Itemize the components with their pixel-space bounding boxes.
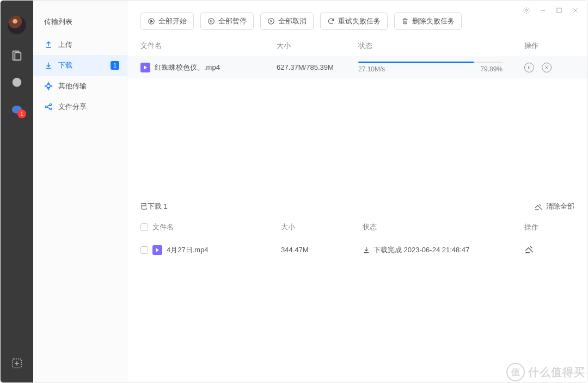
pause-all-button[interactable]: 全部暂停 <box>200 13 254 30</box>
status-text: 下载完成 2023-06-24 21:48:47 <box>373 245 469 255</box>
transfer-icon <box>44 82 53 90</box>
delete-failed-button[interactable]: 删除失败任务 <box>394 13 462 30</box>
downloaded-section: 已下载 1 清除全部 文件名 大小 状态 操作 4月27日.mp4 34 <box>127 198 587 262</box>
rail-message-icon[interactable] <box>11 77 23 89</box>
col-action: 操作 <box>524 222 574 232</box>
toolbar: 全部开始 全部暂停 全部取消 重试失败任务 删除失败任务 <box>127 1 587 38</box>
row-checkbox[interactable] <box>140 246 148 254</box>
btn-label: 清除全部 <box>546 202 574 211</box>
col-status: 状态 <box>363 222 524 232</box>
btn-label: 全部取消 <box>278 16 307 26</box>
avatar[interactable] <box>8 16 26 34</box>
file-size: 627.37M/785.39M <box>277 63 358 71</box>
sidebar-item-label: 下载 <box>58 60 72 70</box>
video-file-icon <box>140 63 150 72</box>
minimize-button[interactable] <box>538 6 547 15</box>
speed: 27.10M/s <box>358 65 385 73</box>
watermark: 值 什么值得买 <box>506 363 585 381</box>
btn-label: 全部暂停 <box>218 16 247 26</box>
sidebar-item-download[interactable]: 下载 1 <box>33 55 127 76</box>
retry-failed-button[interactable]: 重试失败任务 <box>320 13 388 30</box>
maximize-button[interactable] <box>555 6 564 15</box>
sidebar-item-label: 上传 <box>58 40 72 50</box>
svg-point-2 <box>13 78 22 87</box>
download-done-icon <box>363 246 370 254</box>
file-name: 红蜘蛛校色仪。.mp4 <box>155 63 220 72</box>
sidebar-item-label: 其他传输 <box>58 81 87 91</box>
col-action: 操作 <box>524 41 574 51</box>
download-icon <box>44 61 53 70</box>
rail-files-icon[interactable] <box>11 50 23 62</box>
download-row[interactable]: 红蜘蛛校色仪。.mp4 627.37M/785.39M 27.10M/s 79.… <box>127 56 587 78</box>
main-panel: 全部开始 全部暂停 全部取消 重试失败任务 删除失败任务 文件名 大小 状态 操… <box>127 1 587 382</box>
start-all-button[interactable]: 全部开始 <box>140 13 194 30</box>
sidebar: 传输列表 上传 下载 1 其他传输 文件分享 <box>33 1 127 382</box>
btn-label: 删除失败任务 <box>412 16 455 26</box>
btn-label: 全部开始 <box>158 16 187 26</box>
rail-chat-icon[interactable]: 1 <box>11 104 23 116</box>
video-file-icon <box>152 245 162 255</box>
sidebar-item-upload[interactable]: 上传 <box>33 34 127 55</box>
nav-rail: 1 <box>1 1 33 382</box>
file-name: 4月27日.mp4 <box>167 245 209 255</box>
select-all-checkbox[interactable] <box>140 223 148 231</box>
percent: 79.89% <box>480 65 503 73</box>
rail-add-icon[interactable] <box>11 357 23 369</box>
chat-badge: 1 <box>17 110 26 118</box>
col-status: 状态 <box>358 41 524 51</box>
svg-point-11 <box>209 19 215 25</box>
downloaded-table-header: 文件名 大小 状态 操作 <box>140 219 574 238</box>
progress: 27.10M/s 79.89% <box>358 62 524 73</box>
col-size: 大小 <box>277 41 358 51</box>
sidebar-item-other[interactable]: 其他传输 <box>33 76 127 96</box>
svg-rect-9 <box>557 8 561 13</box>
svg-rect-1 <box>15 53 21 60</box>
settings-icon[interactable] <box>522 6 531 15</box>
col-size: 大小 <box>281 222 363 232</box>
pause-button[interactable] <box>524 63 534 72</box>
svg-point-8 <box>525 9 528 11</box>
file-size: 344.47M <box>281 246 363 254</box>
btn-label: 重试失败任务 <box>338 16 381 26</box>
sidebar-item-label: 文件分享 <box>58 102 87 112</box>
cancel-button[interactable] <box>542 63 552 72</box>
download-count-badge: 1 <box>111 61 119 70</box>
downloaded-row[interactable]: 4月27日.mp4 344.47M 下载完成 2023-06-24 21:48:… <box>140 238 574 262</box>
col-name: 文件名 <box>140 41 277 51</box>
app-window: 1 传输列表 上传 下载 1 其他传输 文件分享 <box>0 0 588 383</box>
close-button[interactable] <box>571 6 580 15</box>
cancel-all-button[interactable]: 全部取消 <box>260 13 314 30</box>
sidebar-title: 传输列表 <box>33 17 127 34</box>
col-name: 文件名 <box>152 222 281 232</box>
table-header: 文件名 大小 状态 操作 <box>127 38 587 56</box>
upload-icon <box>44 40 53 49</box>
clear-all-button[interactable]: 清除全部 <box>534 202 574 211</box>
window-controls <box>522 6 580 15</box>
downloaded-header: 已下载 1 <box>140 202 168 211</box>
remove-button[interactable] <box>524 247 534 256</box>
share-icon <box>44 102 53 111</box>
sidebar-item-share[interactable]: 文件分享 <box>33 96 127 117</box>
